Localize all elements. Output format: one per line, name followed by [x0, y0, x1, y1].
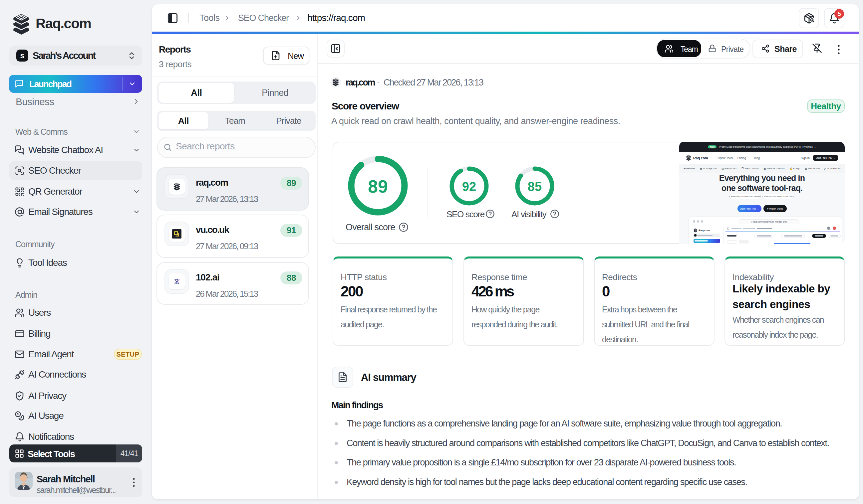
svg-text:89: 89: [368, 176, 388, 196]
svg-text:92: 92: [462, 180, 476, 194]
svg-text:85: 85: [528, 180, 542, 194]
